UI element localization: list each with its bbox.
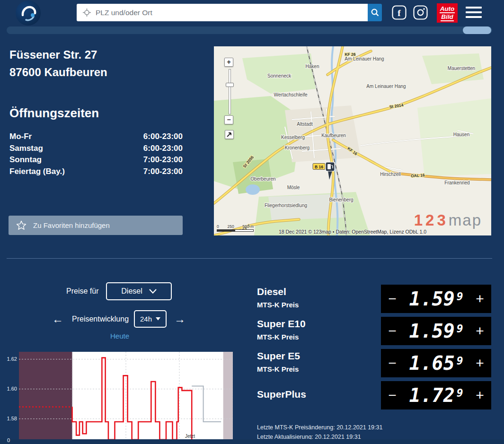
trend-prev-button[interactable]: ← <box>52 313 63 326</box>
fuel-name: Diesel <box>257 286 286 297</box>
price-decrease-button[interactable]: − <box>388 292 397 306</box>
watermark-word: map <box>449 211 482 229</box>
map-place-label: Frankenried <box>444 180 469 185</box>
price-decrease-button[interactable]: − <box>388 324 397 338</box>
footer-bar <box>0 439 504 444</box>
chart-x-tick-now: Jetzt <box>185 434 195 439</box>
road-badge-label: B 16 <box>315 165 323 169</box>
map-place-label: Kaufbeuren <box>321 133 346 138</box>
scale-end: 500 m <box>242 224 254 229</box>
fuel-sub: MTS-K Preis <box>257 333 299 341</box>
opening-hours-row: Mo-Fr 6:00-23:00 <box>9 131 183 143</box>
chevron-down-icon <box>149 289 157 294</box>
map-place-label: Fliegerhorstsiedlung <box>265 203 307 208</box>
map-place-label: Altstadt <box>297 122 313 127</box>
day-label: Sonntag <box>9 154 42 166</box>
map-canvas: HakenAm Leinauer HangAm Leinauer HangMau… <box>214 46 491 235</box>
opening-hours-row: Samstag 6:00-23:00 <box>9 143 183 155</box>
instagram-button[interactable] <box>413 5 428 20</box>
station-city: 87600 Kaufbeuren <box>9 66 107 79</box>
add-favorite-label: Zu Favoriten hinzufügen <box>33 221 110 229</box>
facebook-button[interactable]: f <box>392 5 407 20</box>
map-place-label: Mauerstetten <box>448 66 475 71</box>
map-zoom-in-button[interactable]: + <box>224 58 233 67</box>
hours-value: 6:00-23:00 <box>143 131 183 143</box>
map[interactable]: HakenAm Leinauer HangAm Leinauer HangMau… <box>214 46 491 235</box>
menu-bar-icon <box>466 11 482 13</box>
map-zoom-slider-handle[interactable] <box>226 83 234 87</box>
trend-next-button[interactable]: → <box>174 313 186 326</box>
price-value: 1.729 <box>409 384 463 406</box>
opening-hours-row: Feiertag (Bay.) 7:00-23:00 <box>9 166 183 178</box>
map-place-label: Am Leinauer Hang <box>345 56 384 61</box>
fuel-name: Super E5 <box>257 350 300 362</box>
map-zoom-slider-track[interactable] <box>229 69 231 114</box>
menu-bar-icon <box>466 7 482 9</box>
chart-y-tick: 1.58 <box>7 416 17 421</box>
chart-y-tick: 1.60 <box>7 386 17 392</box>
fuel-name: Super E10 <box>257 318 306 330</box>
caret-down-icon <box>156 317 160 321</box>
map-place-label: Wertachschleife <box>274 92 308 97</box>
search-icon <box>371 8 379 17</box>
pan-arrow-icon <box>225 131 233 139</box>
fuel-sub: MTS-K Preis <box>257 301 299 309</box>
locate-crosshair-icon <box>82 8 91 17</box>
opening-hours-row: Sonntag 7:00-23:00 <box>9 154 183 166</box>
price-value: 1.599 <box>409 288 463 310</box>
star-icon <box>16 220 27 230</box>
price-value: 1.659 <box>409 352 463 374</box>
price-increase-button[interactable]: + <box>475 324 485 338</box>
price-increase-button[interactable]: + <box>475 388 485 402</box>
scale-mid: 250 <box>227 224 234 229</box>
chart-plot-area: Jetzt <box>19 352 233 440</box>
page: f Auto Bild Füssener Str. 27 87600 Kaufb… <box>0 0 504 444</box>
map-place-label: Hirschzell <box>380 172 400 177</box>
add-favorite-button[interactable]: Zu Favoriten hinzufügen <box>9 216 183 235</box>
price-for-label: Preise für <box>66 287 98 296</box>
opening-hours-table: Mo-Fr 6:00-23:00 Samstag 6:00-23:00 Sonn… <box>9 131 183 177</box>
map-place-label: Kronenberg <box>285 145 309 150</box>
map-zoom-out-button[interactable]: − <box>224 115 233 124</box>
search-box <box>77 4 382 21</box>
price-history-chart: 1.621.601.58 Jetzt <box>7 352 233 440</box>
map-pan-arrow-button[interactable] <box>225 130 234 139</box>
autobild-word-auto: Auto <box>440 5 455 13</box>
autobild-logo[interactable]: Auto Bild <box>437 3 458 23</box>
site-logo[interactable] <box>16 0 41 26</box>
fuel-type-value: Diesel <box>121 287 142 296</box>
chart-x-tick-zero: 0 <box>7 437 10 443</box>
hours-value: 7:00-23:00 <box>143 166 183 178</box>
fuel-type-select[interactable]: Diesel <box>106 282 172 300</box>
price-display: − 1.599 + <box>381 317 491 345</box>
map-attribution: 18 Dec 2021 © 123map • Daten: OpenStreet… <box>214 229 491 235</box>
horizontal-scrollbar-thumb[interactable] <box>463 26 491 34</box>
time-range-select[interactable]: 24h <box>134 310 167 328</box>
chart-y-axis: 1.621.601.58 <box>7 352 17 440</box>
opening-hours-title: Öffnungszeiten <box>9 106 99 121</box>
search-input[interactable] <box>77 4 368 21</box>
time-range-value: 24h <box>140 315 152 323</box>
horizontal-scrollbar-track[interactable] <box>7 26 492 34</box>
scale-zero: 0 <box>217 224 219 229</box>
map-place-label: Bienenberg <box>329 197 353 202</box>
fuel-pump-icon <box>327 164 331 169</box>
map-place-label: Am Leinauer Hang <box>366 84 406 89</box>
map-place-label: Haken <box>306 64 319 69</box>
facebook-f-icon: f <box>398 8 401 18</box>
hours-value: 6:00-23:00 <box>143 143 183 155</box>
map-road-label: OAL 16 <box>411 173 425 178</box>
menu-bar-icon <box>466 16 482 18</box>
price-decrease-button[interactable]: − <box>388 356 397 370</box>
price-display: − 1.599 + <box>381 285 491 313</box>
price-decrease-button[interactable]: − <box>388 388 397 402</box>
price-increase-button[interactable]: + <box>475 292 485 306</box>
map-place-label: Hausen <box>453 132 469 137</box>
fuel-name: SuperPlus <box>257 389 306 400</box>
price-increase-button[interactable]: + <box>475 356 485 370</box>
site-logo-swirl-icon <box>16 0 41 26</box>
today-link[interactable]: Heute <box>96 332 143 340</box>
hamburger-menu-button[interactable] <box>466 7 482 19</box>
day-label: Feiertag (Bay.) <box>9 166 65 178</box>
search-button[interactable] <box>368 4 382 21</box>
